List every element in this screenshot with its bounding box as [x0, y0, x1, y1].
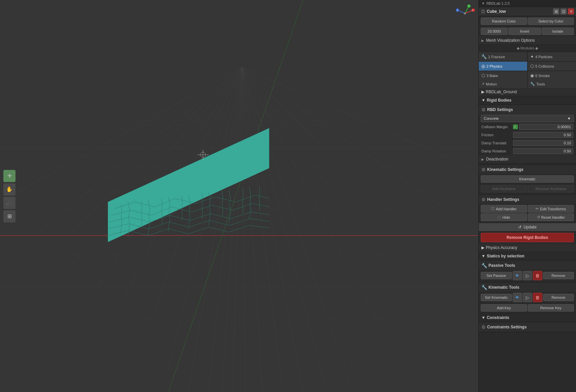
constraints-settings-header[interactable]: ⚙ Constraints Settings	[479, 323, 576, 331]
collision-margin-label: Collision Margin	[481, 125, 512, 129]
tab-title: Cube_low	[487, 9, 552, 14]
version-chevron: ▼	[481, 1, 485, 5]
viewport[interactable]: ✛ ✋ 🎥 ⊞ X Y Z	[0, 0, 478, 392]
damp-rotation-row: Damp Rotation 0.50	[479, 147, 576, 155]
dropdown-chevron: ▼	[567, 116, 571, 120]
add-handler-icon: ☐	[491, 207, 495, 211]
statics-tri: ▼	[481, 254, 485, 258]
reset-handler-btn[interactable]: ↺ Reset Handler	[528, 213, 574, 221]
svg-text:X: X	[472, 9, 473, 11]
preset-dropdown[interactable]: Concrete ▼	[481, 115, 574, 122]
kinematic-tools-section: 🔧 Kinematic Tools Set Kinematic 👁 ▷ 🗑 Re…	[479, 282, 576, 314]
passive-tools-header[interactable]: 🔧 Passive Tools	[479, 261, 576, 270]
edit-transforms-btn[interactable]: ✏ Edit Transforms	[528, 205, 574, 213]
motion-icon: ↗	[481, 82, 484, 86]
tab-file-icon: 🗋	[481, 9, 485, 14]
module-smoke[interactable]: ◉ 6 Smoke	[528, 71, 576, 80]
tab-expand-btn[interactable]: ⊞	[553, 8, 559, 14]
add-handler-btn[interactable]: ☐ Add Handler	[481, 205, 527, 213]
tab-expand2-btn[interactable]: ⊡	[561, 8, 567, 14]
set-kinematic-btn[interactable]: Set Kinematic	[481, 294, 512, 301]
constraints-section[interactable]: ▼ Constraints	[479, 314, 576, 322]
rbd-ground-section[interactable]: ▶ RBDLab_Ground	[479, 88, 576, 96]
grid-tool[interactable]: ⊞	[3, 210, 15, 222]
particles-label: 4 Particles	[535, 55, 552, 59]
statics-section[interactable]: ▼ Statics by selection	[479, 252, 576, 260]
module-bake[interactable]: ⬡ 3 Bake	[479, 71, 527, 80]
preset-value: Concrete	[484, 116, 499, 120]
handler-settings-header[interactable]: ⚙ Handler Settings	[479, 195, 576, 204]
passive-tools-row: Set Passive 👁 ▷ 🗑 Remove	[479, 270, 576, 281]
kinematic-btn[interactable]: Kinematic	[481, 175, 574, 183]
handler-btns-grid: ☐ Add Handler ✏ Edit Transforms ◌ Hide ↺…	[479, 204, 576, 222]
edit-transforms-icon: ✏	[536, 207, 539, 211]
select-by-color-btn[interactable]: Select by Color	[528, 17, 574, 25]
camera-tool[interactable]: 🎥	[3, 197, 15, 209]
damp-rotation-value[interactable]: 0.50	[513, 148, 573, 154]
add-handler-label: Add Handler	[496, 207, 516, 211]
invert-btn[interactable]: Invert	[508, 28, 541, 35]
isolate-btn[interactable]: Isolate	[542, 28, 574, 35]
tools-label: Tools	[536, 82, 545, 86]
rigid-bodies-label: Rigid Bodies	[487, 98, 511, 103]
version-bar: ▼ RBDLab 1.2.0	[479, 0, 576, 7]
value-field[interactable]: 20.0000	[481, 28, 508, 35]
passive-eye-btn[interactable]: 👁	[513, 271, 522, 280]
collision-margin-checkbox[interactable]: ✓	[513, 124, 518, 129]
move-tool[interactable]: ✋	[3, 183, 15, 195]
module-motion[interactable]: ↗ Motion	[479, 80, 527, 88]
cursor-tool[interactable]: ✛	[3, 170, 15, 182]
rbd-settings-header[interactable]: ⚙ RBD Settings	[479, 105, 576, 114]
collision-margin-value[interactable]: 0.00001	[519, 124, 573, 130]
add-keyframe-btn[interactable]: Add Keyframe	[481, 185, 527, 192]
kinematic-tri-btn[interactable]: ▷	[523, 293, 532, 302]
add-key-btn[interactable]: Add Key	[481, 304, 527, 312]
deactivation-label: Deactivation	[486, 157, 508, 162]
particles-icon: ✦	[530, 54, 534, 59]
physics-label: 2 Physics	[486, 64, 502, 68]
rbd-ground-label: RBDLab_Ground	[486, 90, 517, 94]
kinematic-tools-header[interactable]: 🔧 Kinematic Tools	[479, 283, 576, 292]
physics-accuracy-tri: ▶	[481, 245, 484, 250]
set-passive-btn[interactable]: Set Passive	[481, 272, 512, 279]
constraints-settings-section: ⚙ Constraints Settings	[479, 322, 576, 332]
module-fracture[interactable]: 🔧 1 Fracture	[479, 52, 527, 61]
kinematic-eye-btn[interactable]: 👁	[513, 293, 522, 302]
mesh-viz-toggle[interactable]: ▶ Mesh Visualization Options	[479, 36, 576, 45]
physics-accuracy-section[interactable]: ▶ Physics Accuracy	[479, 244, 576, 252]
right-panel: ▼ RBDLab 1.2.0 🗋 Cube_low ⊞ ⊡ ✕ Random C…	[478, 0, 576, 392]
axis-gizmo[interactable]: X Y Z	[455, 3, 475, 24]
module-physics[interactable]: ◎ 2 Physics	[479, 62, 527, 71]
kinematic-remove-btn[interactable]: Remove	[543, 294, 574, 301]
modules-header: ◆ Modules ◆	[479, 45, 576, 52]
damp-translati-value[interactable]: 0.10	[513, 140, 573, 146]
deactivation-toggle[interactable]: ▶ Deactivation	[479, 155, 576, 164]
friction-row: Friction 0.50	[479, 131, 576, 139]
kinematic-settings-header[interactable]: ⚙ Kinematic Settings	[479, 165, 576, 174]
passive-tri-btn[interactable]: ▷	[523, 271, 532, 280]
remove-keyframe-btn[interactable]: Remove Keyframe	[528, 185, 574, 192]
passive-trash-btn[interactable]: 🗑	[533, 271, 542, 280]
rigid-bodies-header[interactable]: ▼ Rigid Bodies	[479, 96, 576, 105]
rbd-settings-label: RBD Settings	[487, 107, 513, 112]
kinematic-trash-btn[interactable]: 🗑	[533, 293, 542, 302]
update-btn[interactable]: ↺ Update	[479, 223, 576, 231]
remove-rigid-bodies-btn[interactable]: Remove Rigid Bodies	[481, 233, 574, 242]
color-btn-row: Random Color Select by Color	[479, 16, 576, 26]
module-particles[interactable]: ✦ 4 Particles	[528, 52, 576, 61]
remove-key-btn[interactable]: Remove Key	[528, 304, 574, 312]
friction-value[interactable]: 0.50	[513, 132, 573, 138]
constraints-tri: ▼	[481, 315, 485, 320]
passive-remove-btn[interactable]: Remove	[543, 272, 574, 279]
update-icon: ↺	[518, 225, 521, 229]
collisions-icon: ⬡	[530, 64, 534, 69]
mesh-viz-tri: ▶	[481, 39, 484, 42]
module-collisions[interactable]: ⬡ 5 Collisions	[528, 62, 576, 71]
hide-btn[interactable]: ◌ Hide	[481, 213, 527, 221]
constraints-settings-label: Constraints Settings	[487, 325, 527, 329]
value-btn-row: 20.0000 Invert Isolate	[479, 26, 576, 36]
random-color-btn[interactable]: Random Color	[481, 17, 527, 25]
tab-close-btn[interactable]: ✕	[568, 8, 574, 14]
module-tools[interactable]: 🔧 Tools	[528, 80, 576, 88]
mesh-viz-label: Mesh Visualization Options	[486, 38, 535, 43]
